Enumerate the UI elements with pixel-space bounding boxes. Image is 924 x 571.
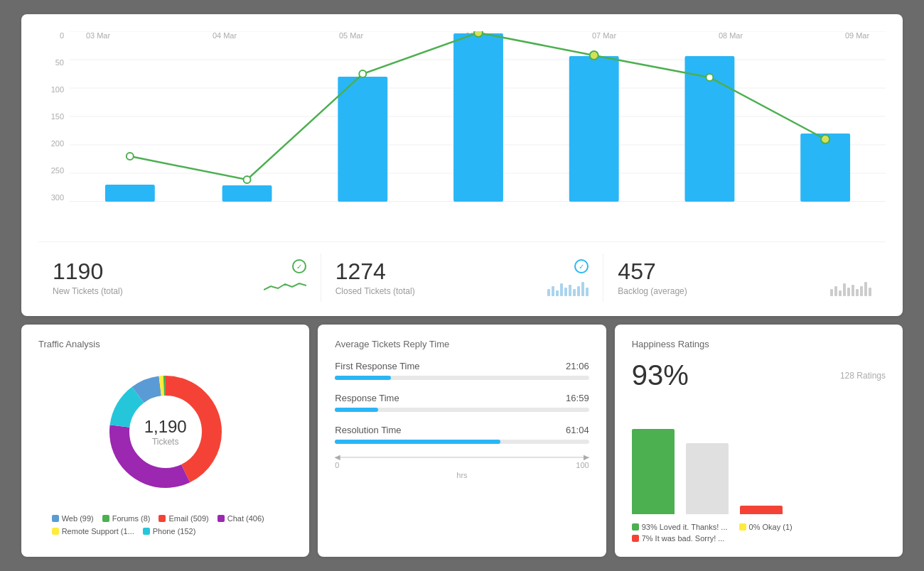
bottom-row: Traffic Analysis 1,190 — [21, 325, 903, 557]
h-label-okay: 0% Okay (1) — [749, 523, 793, 531]
chart-inner — [70, 31, 886, 202]
traffic-legend: Web (99) Forums (8) Email (509) Chat (40… — [52, 514, 279, 535]
svg-point-17 — [474, 31, 483, 37]
happy-bar — [632, 429, 675, 514]
bad-bar — [740, 506, 783, 514]
svg-rect-7 — [105, 185, 155, 202]
legend-item-chat: Chat (406) — [217, 514, 264, 523]
response-time-bar — [335, 408, 589, 412]
legend-item-phone: Phone (152) — [143, 527, 196, 535]
legend-label-chat: Chat (406) — [227, 514, 264, 523]
donut-container: 1,190 Tickets Web (99) Forums (8) — [38, 361, 292, 535]
donut-chart: 1,190 Tickets — [95, 361, 237, 503]
donut-sub: Tickets — [144, 437, 187, 447]
legend-item-email: Email (509) — [159, 514, 208, 523]
legend-item-forums: Forums (8) — [102, 514, 151, 523]
slider-left-arrow: ◀ — [335, 453, 340, 461]
legend-label-forums: Forums (8) — [112, 514, 151, 523]
slider-max: 100 — [576, 461, 589, 469]
svg-point-18 — [590, 51, 598, 60]
resolution-time-item: Resolution Time 61:04 — [335, 425, 589, 444]
happiness-pct: 93% — [632, 361, 689, 389]
svg-point-15 — [244, 176, 251, 183]
closed-tickets-mini-chart — [547, 279, 589, 296]
first-response-value: 21:06 — [566, 361, 589, 371]
svg-rect-9 — [338, 77, 387, 202]
svg-rect-11 — [569, 56, 619, 202]
h-label-loved: 93% Loved it. Thanks! ... — [642, 523, 728, 531]
traffic-panel: Traffic Analysis 1,190 — [21, 325, 309, 557]
svg-rect-10 — [453, 33, 503, 202]
reply-time-title: Average Tickets Reply Time — [335, 339, 589, 349]
first-response-item: First Response Time 21:06 — [335, 361, 589, 380]
happiness-ratings-count: 128 Ratings — [840, 371, 886, 381]
y-axis-labels: 300 250 200 150 100 50 0 — [38, 31, 64, 202]
svg-point-14 — [127, 153, 134, 160]
h-legend-okay: 0% Okay (1) — [739, 523, 793, 531]
time-slider[interactable]: ◀ ▶ 0 100 hrs — [335, 457, 589, 479]
main-chart-area: 300 250 200 150 100 50 0 — [38, 31, 886, 230]
resolution-time-bar — [335, 440, 589, 444]
stat-closed-tickets: 1274 Closed Tickets (total) ✓ — [321, 254, 604, 301]
donut-center: 1,190 Tickets — [144, 417, 187, 447]
reply-time-panel: Average Tickets Reply Time First Respons… — [318, 325, 606, 557]
donut-number: 1,190 — [144, 417, 187, 437]
closed-tickets-check-icon: ✓ — [574, 259, 589, 273]
legend-item-remote: Remote Support (1... — [52, 527, 134, 535]
legend-label-remote: Remote Support (1... — [62, 527, 134, 535]
happiness-title: Happiness Ratings — [632, 339, 886, 349]
response-time-value: 16:59 — [566, 393, 589, 403]
backlog-mini-chart — [830, 279, 871, 296]
happy-bar-group — [632, 429, 675, 514]
new-tickets-mini-chart — [264, 279, 306, 296]
h-legend-loved: 93% Loved it. Thanks! ... — [632, 523, 728, 531]
legend-item-web: Web (99) — [52, 514, 94, 523]
slider-right-arrow: ▶ — [584, 453, 589, 461]
traffic-title: Traffic Analysis — [38, 339, 292, 349]
legend-label-web: Web (99) — [62, 514, 94, 523]
svg-point-20 — [821, 135, 829, 143]
resolution-time-label: Resolution Time — [335, 425, 401, 435]
slider-unit: hrs — [335, 471, 589, 479]
svg-point-19 — [706, 74, 713, 81]
chart-svg — [70, 31, 886, 202]
happiness-panel: Happiness Ratings 93% 128 Ratings — [615, 325, 903, 557]
svg-point-16 — [359, 70, 366, 77]
legend-label-email: Email (509) — [168, 514, 208, 523]
stat-new-tickets: 1190 New Tickets (total) ✓ — [38, 254, 321, 301]
resolution-time-value: 61:04 — [566, 425, 589, 435]
bad-bar-group — [740, 506, 783, 514]
response-time-item: Response Time 16:59 — [335, 393, 589, 412]
slider-min: 0 — [335, 461, 339, 469]
h-legend-bad: 7% It was bad. Sorry! ... — [632, 534, 725, 543]
response-time-label: Response Time — [335, 393, 399, 403]
stats-row: 1190 New Tickets (total) ✓ 1274 Closed T… — [38, 241, 886, 301]
dashboard: 300 250 200 150 100 50 0 — [21, 14, 903, 556]
svg-rect-8 — [222, 185, 272, 202]
legend-label-phone: Phone (152) — [153, 527, 196, 535]
stat-backlog: 457 Backlog (average) — [603, 254, 886, 301]
first-response-bar — [335, 376, 589, 380]
top-panel: 300 250 200 150 100 50 0 — [21, 14, 903, 315]
first-response-label: First Response Time — [335, 361, 419, 371]
happiness-legend: 93% Loved it. Thanks! ... 0% Okay (1) 7%… — [632, 523, 886, 543]
happiness-bar-chart — [632, 401, 886, 514]
new-tickets-check-icon: ✓ — [292, 259, 306, 273]
h-label-bad: 7% It was bad. Sorry! ... — [642, 534, 725, 543]
okay-bar-group — [686, 443, 729, 514]
okay-bar — [686, 443, 729, 514]
